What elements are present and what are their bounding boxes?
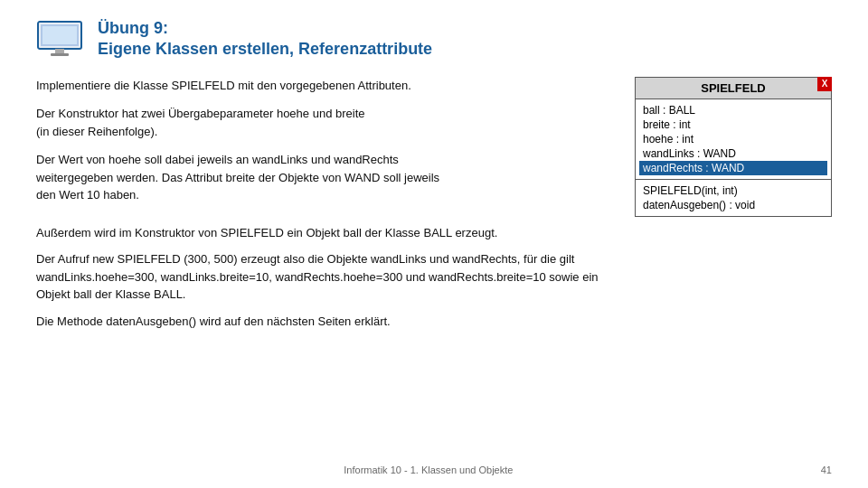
footer-page: 41	[821, 465, 832, 475]
svg-rect-3	[55, 49, 64, 53]
uml-method-constructor: SPIELFELD(int, int)	[643, 183, 824, 198]
uml-attr-hoehe: hoehe : int	[643, 132, 824, 146]
paragraph-3: Der Wert von hoehe soll dabei jeweils an…	[36, 151, 617, 204]
uml-attr-wandlinks: wandLinks : WAND	[643, 146, 824, 161]
content-area: Implementiere die Klasse SPIELFELD mit d…	[36, 77, 832, 217]
monitor-icon	[36, 20, 83, 58]
uml-method-ausgeben: datenAusgeben() : void	[643, 198, 824, 212]
uml-attr-ball: ball : BALL	[643, 103, 824, 117]
page-title: Übung 9: Eigene Klassen erstellen, Refer…	[98, 18, 432, 61]
uml-attr-wandrechts: wandRechts : WAND	[639, 161, 827, 175]
footer: Informatik 10 - 1. Klassen und Objekte 4…	[0, 465, 868, 475]
uml-box: X SPIELFELD ball : BALL breite : int hoe…	[635, 77, 832, 217]
paragraph-5: Der Aufruf new SPIELFELD (300, 500) erze…	[36, 250, 832, 304]
page: Übung 9: Eigene Klassen erstellen, Refer…	[0, 0, 868, 488]
uml-close-button[interactable]: X	[817, 77, 832, 91]
footer-center: Informatik 10 - 1. Klassen und Objekte	[344, 465, 513, 475]
svg-rect-4	[51, 53, 69, 56]
paragraph-4: Außerdem wird im Konstruktor von SPIELFE…	[36, 224, 832, 242]
paragraph-6: Die Methode datenAusgeben() wird auf den…	[36, 313, 832, 331]
uml-attr-breite: breite : int	[643, 117, 824, 132]
uml-methods: SPIELFELD(int, int) datenAusgeben() : vo…	[636, 180, 831, 216]
paragraph-2: Der Konstruktor hat zwei Übergabeparamet…	[36, 105, 617, 140]
uml-diagram: X SPIELFELD ball : BALL breite : int hoe…	[635, 77, 832, 217]
title-block: Übung 9: Eigene Klassen erstellen, Refer…	[98, 18, 432, 61]
bottom-text: Außerdem wird im Konstruktor von SPIELFE…	[36, 224, 832, 331]
text-column: Implementiere die Klasse SPIELFELD mit d…	[36, 77, 617, 215]
uml-class-title: SPIELFELD	[636, 78, 831, 99]
paragraph-1: Implementiere die Klasse SPIELFELD mit d…	[36, 77, 617, 95]
uml-attributes: ball : BALL breite : int hoehe : int wan…	[636, 99, 831, 180]
header: Übung 9: Eigene Klassen erstellen, Refer…	[36, 18, 832, 61]
svg-rect-2	[42, 26, 77, 44]
